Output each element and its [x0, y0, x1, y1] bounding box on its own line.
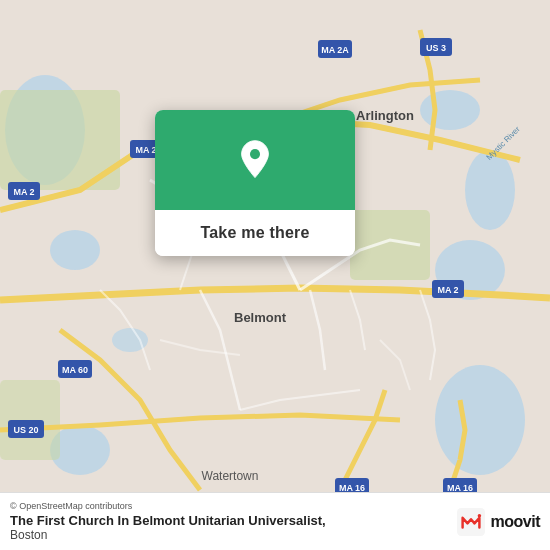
moovit-logo: moovit: [457, 508, 540, 536]
take-me-there-button[interactable]: Take me there: [155, 210, 355, 256]
svg-rect-35: [457, 508, 485, 536]
moovit-icon: [457, 508, 485, 536]
popup-card: Take me there: [155, 110, 355, 256]
map-svg: US 3 MA 2A MA 2 MA 2 MA 2 MA 60 US 20 MA…: [0, 0, 550, 550]
bottom-bar-info: © OpenStreetMap contributors The First C…: [10, 501, 326, 542]
location-pin-icon: [234, 139, 276, 181]
svg-text:MA 2: MA 2: [437, 285, 458, 295]
svg-text:MA 2: MA 2: [135, 145, 156, 155]
svg-text:Belmont: Belmont: [234, 310, 287, 325]
svg-point-5: [50, 230, 100, 270]
location-title: The First Church In Belmont Unitarian Un…: [10, 513, 326, 528]
bottom-bar: © OpenStreetMap contributors The First C…: [0, 492, 550, 550]
svg-text:MA 2A: MA 2A: [321, 45, 349, 55]
popup-green-area: [155, 110, 355, 210]
map-container: US 3 MA 2A MA 2 MA 2 MA 2 MA 60 US 20 MA…: [0, 0, 550, 550]
moovit-text: moovit: [491, 513, 540, 531]
svg-text:US 3: US 3: [426, 43, 446, 53]
svg-text:Arlington: Arlington: [356, 108, 414, 123]
svg-point-6: [435, 365, 525, 475]
location-subtitle: Boston: [10, 528, 326, 542]
svg-text:US 20: US 20: [13, 425, 38, 435]
svg-text:MA 60: MA 60: [62, 365, 88, 375]
svg-point-34: [250, 149, 260, 159]
svg-text:Watertown: Watertown: [202, 469, 259, 483]
svg-point-36: [477, 513, 481, 517]
svg-text:MA 2: MA 2: [13, 187, 34, 197]
svg-point-1: [420, 90, 480, 130]
copyright-text: © OpenStreetMap contributors: [10, 501, 326, 511]
